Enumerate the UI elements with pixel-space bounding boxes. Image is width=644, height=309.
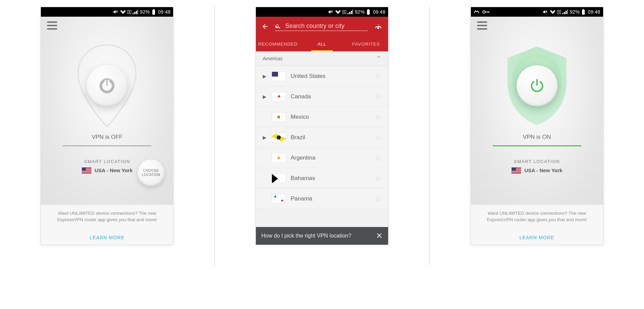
svg-rect-3 (367, 10, 370, 15)
country-row[interactable]: ▶Mexico☆ (256, 107, 388, 127)
favorite-star-icon[interactable]: ☆ (375, 174, 381, 182)
flag-icon (272, 112, 286, 122)
favorite-star-icon[interactable]: ☆ (375, 195, 381, 203)
country-row[interactable]: ▶United States☆ (256, 66, 388, 86)
android-status-bar: 1 92% 09:48 (471, 7, 603, 17)
country-row[interactable]: ▶Brazil☆ (256, 127, 388, 148)
choose-location-label: CHOOSE LOCATION (138, 169, 164, 177)
region-name: Americas (263, 56, 282, 61)
learn-more-link[interactable]: LEARN MORE (48, 234, 166, 241)
search-input[interactable] (285, 22, 368, 30)
location-name: USA - New York (95, 167, 133, 173)
country-row[interactable]: ▶Argentina☆ (256, 148, 388, 168)
promo-text: Want UNLIMITED device connections? The n… (48, 210, 166, 223)
signal-icon (348, 10, 353, 14)
svg-rect-1 (153, 9, 154, 10)
flag-icon (511, 167, 521, 174)
svg-rect-7 (485, 12, 489, 12)
svg-point-6 (483, 11, 485, 13)
clock: 09:48 (373, 9, 385, 15)
tab-favorites[interactable]: FAVORITES (344, 36, 388, 51)
tab-recommended[interactable]: RECOMMENDED (256, 36, 300, 51)
battery-percent: 92% (570, 9, 580, 15)
country-name: United States (291, 73, 370, 80)
country-row[interactable]: ▶Bahamas☆ (256, 168, 388, 189)
battery-percent: 92% (140, 9, 150, 15)
search-icon (275, 23, 281, 30)
vpn-status-divider (63, 145, 151, 146)
chevron-up-icon: ⌃ (376, 55, 381, 62)
help-tip-text: How do I pick the right VPN location? (261, 233, 351, 239)
connect-button[interactable] (517, 65, 557, 106)
vpn-status-text: VPN is OFF (41, 134, 173, 141)
vpn-app-icon (474, 10, 481, 14)
mute-icon (327, 9, 334, 15)
expand-icon[interactable]: ▶ (263, 94, 267, 99)
expand-icon[interactable]: ▶ (263, 74, 267, 79)
favorite-star-icon[interactable]: ☆ (375, 113, 381, 121)
menu-button[interactable] (47, 21, 57, 30)
battery-percent: 92% (355, 9, 365, 15)
svg-rect-8 (488, 12, 488, 13)
signal-icon (133, 10, 138, 14)
region-header[interactable]: Americas ⌃ (256, 51, 388, 66)
connect-button[interactable] (87, 65, 127, 106)
wifi-warn-icon (335, 9, 341, 15)
svg-rect-0 (152, 10, 155, 15)
favorite-star-icon[interactable]: ☆ (375, 154, 381, 162)
back-button[interactable] (261, 23, 269, 30)
speed-test-button[interactable] (374, 22, 383, 31)
flag-icon (272, 92, 286, 101)
mute-icon (542, 9, 548, 15)
vpn-status-divider (493, 145, 581, 146)
svg-rect-9 (489, 12, 489, 13)
svg-rect-10 (582, 10, 585, 15)
clock: 09:48 (588, 9, 600, 15)
vpn-status-text: VPN is ON (471, 134, 603, 141)
location-list[interactable]: Americas ⌃ ▶United States☆▶Canada☆▶Mexic… (256, 51, 388, 227)
promo-text: Want UNLIMITED device connections? The n… (478, 210, 596, 223)
search-field[interactable] (275, 22, 368, 31)
vpn-key-icon (482, 10, 490, 14)
country-name: Panama (291, 195, 370, 202)
flag-icon (272, 153, 286, 163)
svg-point-5 (378, 28, 379, 29)
help-tip-bar[interactable]: How do I pick the right VPN location? ✕ (256, 227, 388, 245)
phone-screen-vpn-off: 1 92% 09:48 (41, 7, 173, 245)
flag-icon (272, 174, 286, 183)
smart-location-label: SMART LOCATION (471, 159, 603, 164)
phone-screen-locations: 1 92% 09:48 (256, 7, 388, 245)
flag-icon (272, 71, 286, 81)
country-name: Brazil (291, 134, 370, 141)
battery-icon (367, 9, 370, 15)
battery-icon (152, 9, 155, 15)
clock: 09:48 (158, 9, 171, 15)
country-name: Bahamas (291, 175, 370, 182)
expand-icon[interactable]: ▶ (263, 135, 267, 140)
menu-button[interactable] (477, 21, 487, 30)
wifi-warn-icon (550, 9, 556, 15)
location-name: USA - New York (524, 167, 562, 173)
svg-rect-11 (583, 9, 584, 10)
current-location[interactable]: USA - New York (471, 167, 603, 174)
country-name: Mexico (291, 114, 370, 120)
country-name: Canada (291, 93, 370, 100)
learn-more-link[interactable]: LEARN MORE (478, 234, 596, 241)
country-row[interactable]: ▶Canada☆ (256, 86, 388, 107)
favorite-star-icon[interactable]: ☆ (375, 133, 381, 142)
favorite-star-icon[interactable]: ☆ (375, 72, 381, 80)
phone-screen-vpn-on: 1 92% 09:48 (471, 7, 603, 245)
flag-icon (272, 194, 286, 204)
flag-icon (272, 133, 286, 142)
svg-rect-4 (368, 9, 369, 10)
country-row[interactable]: ▶Panama☆ (256, 189, 388, 209)
tab-all[interactable]: ALL (300, 36, 344, 51)
country-name: Argentina (291, 154, 370, 161)
close-icon[interactable]: ✕ (376, 231, 383, 241)
favorite-star-icon[interactable]: ☆ (375, 93, 381, 101)
android-status-bar: 1 92% 09:48 (41, 7, 173, 17)
signal-icon (562, 10, 568, 14)
flag-icon (82, 167, 91, 174)
choose-location-button[interactable]: CHOOSE LOCATION (138, 160, 164, 186)
mute-icon (112, 9, 119, 15)
